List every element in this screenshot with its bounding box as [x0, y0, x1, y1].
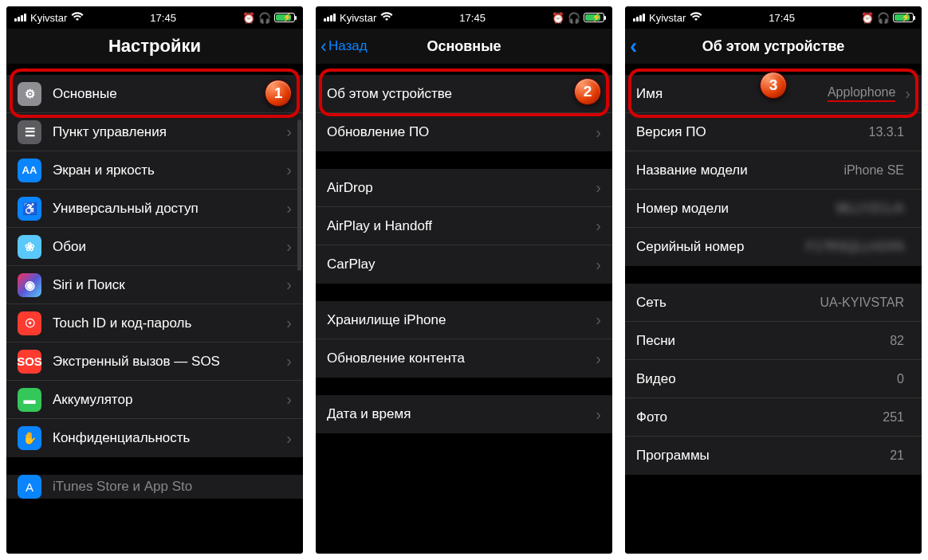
headphones-icon: 🎧	[568, 12, 580, 24]
step-badge-2: 2	[574, 78, 601, 105]
display-icon: AA	[18, 159, 41, 182]
page-title: Основные	[427, 38, 501, 55]
row-songs: Песни 82	[625, 322, 922, 360]
nav-bar: ‹ Назад Основные	[316, 29, 612, 64]
chevron-right-icon: ›	[596, 217, 601, 235]
chevron-right-icon: ›	[596, 311, 601, 329]
gear-icon: ⚙	[18, 82, 41, 106]
siri-icon: ◉	[18, 273, 41, 297]
chevron-right-icon: ›	[286, 276, 292, 294]
row-storage[interactable]: Хранилище iPhone ›	[316, 301, 612, 339]
battery-icon: ⚡	[893, 13, 914, 22]
chevron-right-icon: ›	[596, 350, 601, 368]
row-about[interactable]: Об этом устройстве ›	[316, 75, 612, 113]
wifi-icon	[71, 12, 84, 24]
headphones-icon: 🎧	[877, 12, 890, 24]
row-apps: Программы 21	[625, 437, 922, 475]
row-general[interactable]: ⚙ Основные ›	[6, 75, 303, 113]
chevron-right-icon: ›	[286, 199, 292, 217]
nav-bar: Настройки	[6, 29, 303, 64]
row-siri[interactable]: ◉ Siri и Поиск ›	[6, 266, 303, 304]
page-title: Настройки	[108, 36, 201, 57]
accessibility-icon: ♿	[18, 197, 41, 221]
switches-icon: ☰	[18, 120, 41, 144]
about-list[interactable]: Имя Applophone › Версия ПО 13.3.1 Назван…	[625, 64, 922, 554]
touchid-icon: ☉	[18, 311, 41, 335]
chevron-right-icon: ›	[286, 161, 292, 179]
battery-icon: ⚡	[584, 13, 604, 22]
back-button[interactable]: ‹ Назад	[320, 29, 368, 64]
row-sos[interactable]: SOS Экстренный вызов — SOS ›	[6, 343, 303, 381]
chevron-left-icon: ‹	[630, 35, 637, 57]
device-name-value: Applophone	[828, 85, 895, 102]
row-battery[interactable]: ▬ Аккумулятор ›	[6, 381, 303, 419]
row-accessibility[interactable]: ♿ Универсальный доступ ›	[6, 190, 303, 228]
headphones-icon: 🎧	[258, 12, 271, 24]
chevron-right-icon: ›	[286, 429, 292, 448]
row-display[interactable]: AA Экран и яркость ›	[6, 151, 303, 190]
wifi-icon	[690, 12, 702, 24]
settings-screen: Kyivstar 17:45 ⏰ 🎧 ⚡ Настройки ⚙ Основны…	[6, 6, 303, 554]
battery-icon: ⚡	[274, 13, 295, 22]
chevron-right-icon: ›	[596, 123, 601, 142]
battery-row-icon: ▬	[18, 388, 41, 412]
status-bar: Kyivstar 17:45 ⏰ 🎧 ⚡	[6, 6, 303, 29]
row-airdrop[interactable]: AirDrop ›	[316, 169, 612, 207]
alarm-icon: ⏰	[242, 12, 255, 24]
step-badge-1: 1	[265, 80, 292, 107]
chevron-left-icon: ‹	[320, 37, 327, 56]
status-bar: Kyivstar 17:45 ⏰ 🎧 ⚡	[316, 6, 612, 29]
row-serial[interactable]: Серийный номер F17RSQLLH2XN	[625, 228, 922, 266]
clock: 17:45	[459, 12, 486, 24]
nav-bar: ‹ Об этом устройстве	[625, 29, 922, 64]
row-touchid[interactable]: ☉ Touch ID и код-пароль ›	[6, 304, 303, 343]
row-carplay[interactable]: CarPlay ›	[316, 245, 612, 284]
general-list[interactable]: Об этом устройстве › Обновление ПО › Air…	[316, 64, 612, 554]
page-title: Об этом устройстве	[702, 38, 845, 55]
row-background-refresh[interactable]: Обновление контента ›	[316, 339, 612, 378]
alarm-icon: ⏰	[861, 12, 874, 24]
clock: 17:45	[769, 12, 795, 24]
row-model-name[interactable]: Название модели iPhone SE	[625, 151, 922, 190]
carrier-label: Kyivstar	[340, 12, 376, 24]
row-model-number[interactable]: Номер модели MLLY2CL/A	[625, 190, 922, 228]
chevron-right-icon: ›	[286, 314, 292, 332]
row-network: Сеть UA-KYIVSTAR	[625, 284, 922, 322]
sos-icon: SOS	[18, 350, 41, 374]
alarm-icon: ⏰	[552, 12, 564, 24]
chevron-right-icon: ›	[596, 405, 601, 424]
signal-icon	[633, 14, 645, 22]
row-privacy[interactable]: ✋ Конфиденциальность ›	[6, 419, 303, 457]
chevron-right-icon: ›	[905, 84, 910, 103]
row-version[interactable]: Версия ПО 13.3.1	[625, 113, 922, 151]
chevron-right-icon: ›	[286, 390, 292, 409]
wifi-icon	[380, 12, 393, 24]
signal-icon	[324, 14, 336, 22]
carrier-label: Kyivstar	[30, 12, 67, 24]
wallpaper-icon: ❀	[18, 235, 41, 259]
row-wallpaper[interactable]: ❀ Обои ›	[6, 228, 303, 266]
settings-list[interactable]: ⚙ Основные › ☰ Пункт управления › AA Экр…	[6, 64, 303, 554]
clock: 17:45	[150, 12, 176, 24]
general-screen: Kyivstar 17:45 ⏰ 🎧 ⚡ ‹ Назад Основные Об…	[316, 6, 612, 554]
back-button[interactable]: ‹	[630, 29, 639, 64]
row-datetime[interactable]: Дата и время ›	[316, 395, 612, 433]
scrollbar[interactable]	[297, 119, 301, 271]
chevron-right-icon: ›	[286, 123, 292, 141]
chevron-right-icon: ›	[596, 256, 601, 274]
step-badge-3: 3	[760, 72, 787, 99]
chevron-right-icon: ›	[286, 237, 292, 256]
row-photos: Фото 251	[625, 398, 922, 437]
chevron-right-icon: ›	[596, 178, 601, 197]
row-itunes[interactable]: A iTunes Store и App Sto	[6, 475, 303, 499]
about-screen: Kyivstar 17:45 ⏰ 🎧 ⚡ ‹ Об этом устройств…	[625, 6, 922, 554]
row-airplay[interactable]: AirPlay и Handoff ›	[316, 207, 612, 245]
chevron-right-icon: ›	[286, 352, 292, 370]
signal-icon	[14, 14, 26, 22]
row-control-center[interactable]: ☰ Пункт управления ›	[6, 113, 303, 151]
row-software-update[interactable]: Обновление ПО ›	[316, 113, 612, 151]
row-videos: Видео 0	[625, 360, 922, 398]
appstore-icon: A	[18, 475, 41, 499]
carrier-label: Kyivstar	[649, 12, 686, 24]
hand-icon: ✋	[18, 426, 41, 450]
